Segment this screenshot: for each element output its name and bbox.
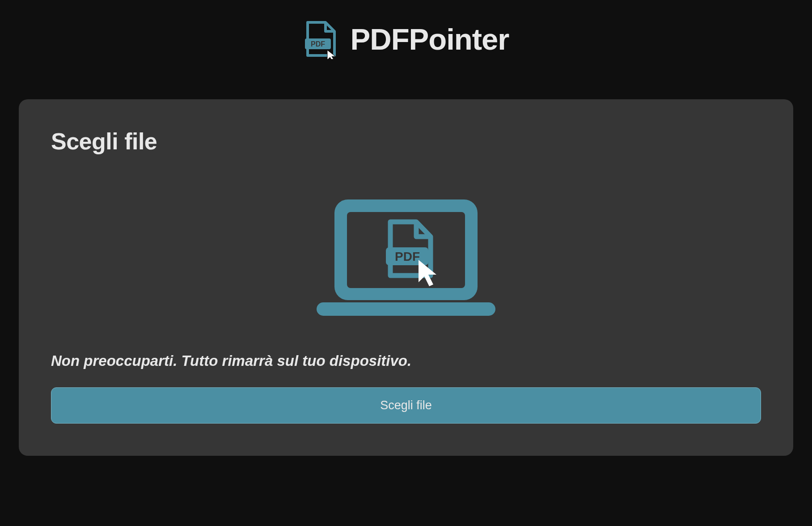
app-logo-icon: PDF	[303, 19, 339, 59]
card-subtitle: Non preoccuparti. Tutto rimarrà sul tuo …	[51, 352, 761, 369]
svg-text:PDF: PDF	[395, 250, 420, 263]
choose-file-button[interactable]: Scegli file	[51, 387, 761, 424]
svg-rect-2	[317, 302, 495, 316]
card-title: Scegli file	[51, 128, 761, 155]
svg-text:PDF: PDF	[311, 40, 325, 48]
app-title: PDFPointer	[351, 22, 509, 56]
illustration-container: PDF	[51, 199, 761, 320]
app-header: PDF PDFPointer	[19, 19, 793, 59]
file-picker-card: Scegli file PDF Non	[19, 99, 793, 456]
laptop-pdf-illustration-icon: PDF	[317, 199, 495, 320]
